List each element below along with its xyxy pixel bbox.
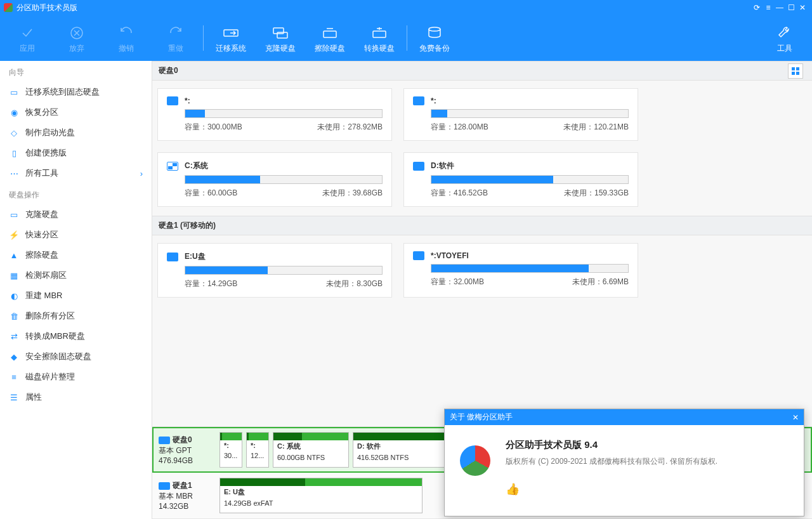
drive-icon xyxy=(167,96,178,105)
redo-button[interactable]: 重做 xyxy=(151,23,200,54)
svg-rect-10 xyxy=(796,72,799,75)
sidebar-group-label: 硬盘操作 xyxy=(0,183,152,204)
disk-info: 硬盘0基本 GPT476.94GB xyxy=(159,432,216,468)
partition-block[interactable]: *:30... xyxy=(219,432,242,468)
delall-icon: 🗑 xyxy=(9,311,19,321)
drive-icon xyxy=(413,162,424,171)
convert-disk-button[interactable]: 转换硬盘 xyxy=(355,23,404,54)
maximize-button[interactable]: ☐ xyxy=(785,3,797,12)
drive-icon xyxy=(167,253,178,261)
about-logo-icon xyxy=(460,445,490,476)
svg-rect-4 xyxy=(324,31,336,37)
sidebar-item[interactable]: ▲擦除硬盘 xyxy=(0,245,152,265)
sidebar-item[interactable]: ⚡快速分区 xyxy=(0,225,152,245)
quick-icon: ⚡ xyxy=(9,230,19,240)
sidebar-item[interactable]: ◉恢复分区 xyxy=(0,102,152,122)
partition-card[interactable]: D:软件容量：416.52GB未使用：159.33GB xyxy=(403,152,638,207)
sidebar-item[interactable]: ▭迁移系统到固态硬盘 xyxy=(0,82,152,102)
sidebar-item[interactable]: ▭克隆硬盘 xyxy=(0,204,152,225)
sidebar-item-label: 恢复分区 xyxy=(25,107,58,118)
chevron-right-icon: › xyxy=(140,169,143,178)
wipe-disk-button[interactable]: 擦除硬盘 xyxy=(305,23,355,54)
view-switch-button[interactable] xyxy=(788,63,803,79)
svg-rect-7 xyxy=(792,67,795,70)
apply-button[interactable]: 应用 xyxy=(3,23,52,54)
sidebar-item-label: 擦除硬盘 xyxy=(25,249,58,261)
sidebar-item[interactable]: ◆安全擦除固态硬盘 xyxy=(0,346,152,367)
discard-button[interactable]: 放弃 xyxy=(52,23,102,54)
disk-header: 硬盘1 (可移动的) xyxy=(152,216,812,235)
svg-rect-9 xyxy=(792,72,795,75)
partition-card[interactable]: *:VTOYEFI容量：32.00MB未使用：6.69MB xyxy=(403,243,638,298)
sidebar-item[interactable]: ◐重建 MBR xyxy=(0,286,152,306)
sidebar: 向导▭迁移系统到固态硬盘◉恢复分区◇制作启动光盘▯创建便携版⋯所有工具›硬盘操作… xyxy=(0,61,152,519)
sidebar-item[interactable]: ▦检测坏扇区 xyxy=(0,265,152,286)
about-close-button[interactable]: ✕ xyxy=(792,413,799,422)
usage-bar xyxy=(431,264,629,273)
partition-card[interactable]: E:U盘容量：14.29GB未使用：8.30GB xyxy=(157,243,392,298)
partition-name: E:U盘 xyxy=(185,251,206,262)
sidebar-item-label: 创建便携版 xyxy=(25,147,67,159)
sidebar-item-label: 安全擦除固态硬盘 xyxy=(25,351,91,362)
mbr-icon: ◐ xyxy=(9,291,19,301)
sidebar-item-label: 快速分区 xyxy=(25,229,58,240)
usage-bar xyxy=(185,109,383,118)
partition-name: *: xyxy=(431,96,436,105)
minimize-button[interactable]: — xyxy=(774,3,785,12)
sidebar-item[interactable]: ▯创建便携版 xyxy=(0,143,152,163)
clone-icon: ▭ xyxy=(9,209,19,220)
partition-block[interactable]: C: 系统60.00GB NTFS xyxy=(273,432,349,468)
prop-icon: ☰ xyxy=(9,392,19,402)
refresh-icon[interactable]: ⟳ xyxy=(751,3,763,12)
usage-bar xyxy=(431,109,629,118)
recover-icon: ◉ xyxy=(9,107,19,117)
boot-icon: ◇ xyxy=(9,128,19,138)
partition-list: 硬盘0*:容量：300.00MB未使用：278.92MB*:容量：128.00M… xyxy=(152,61,812,426)
thumbs-up-icon[interactable]: 👍 xyxy=(506,482,717,496)
free-label: 未使用：159.33GB xyxy=(564,188,629,199)
sidebar-item-label: 删除所有分区 xyxy=(25,310,75,322)
sidebar-item[interactable]: 🗑删除所有分区 xyxy=(0,306,152,326)
capacity-label: 容量：14.29GB xyxy=(185,279,237,289)
usage-bar xyxy=(185,175,383,184)
sidebar-item[interactable]: ◇制作启动光盘 xyxy=(0,122,152,143)
partition-card[interactable]: *:容量：300.00MB未使用：278.92MB xyxy=(157,88,392,141)
clone-disk-button[interactable]: 克隆硬盘 xyxy=(256,23,305,54)
ssd-icon: ▭ xyxy=(9,87,19,97)
svg-point-6 xyxy=(429,27,440,31)
wipe-icon: ▲ xyxy=(9,250,19,260)
capacity-label: 容量：32.00MB xyxy=(431,277,484,287)
tools-button[interactable]: 工具 xyxy=(760,23,809,54)
drive-icon xyxy=(413,251,424,260)
sidebar-item-label: 克隆硬盘 xyxy=(25,209,58,220)
menu-icon[interactable]: ≡ xyxy=(763,3,774,12)
close-button[interactable]: ✕ xyxy=(797,3,808,12)
partition-name: D:软件 xyxy=(431,161,454,171)
svg-rect-8 xyxy=(796,67,799,70)
partition-block[interactable]: *:12... xyxy=(246,432,269,468)
toolbar: 应用 放弃 撤销 重做 迁移系统 克隆硬盘 擦除硬盘 转换硬盘 免费备份 工具 xyxy=(0,15,812,61)
free-label: 未使用：6.69MB xyxy=(572,277,629,287)
about-title: 关于 傲梅分区助手 xyxy=(450,412,792,423)
sidebar-item[interactable]: ☰属性 xyxy=(0,387,152,407)
secerase-icon: ◆ xyxy=(9,351,19,362)
undo-button[interactable]: 撤销 xyxy=(102,23,151,54)
partition-block[interactable]: E: U盘14.29GB exFAT xyxy=(219,478,422,513)
sidebar-item[interactable]: ⇄转换成MBR硬盘 xyxy=(0,326,152,346)
capacity-label: 容量：128.00MB xyxy=(431,122,488,133)
disk-icon xyxy=(159,437,170,444)
free-label: 未使用：8.30GB xyxy=(326,279,383,289)
usage-bar xyxy=(185,266,383,275)
sidebar-item[interactable]: ⋯所有工具› xyxy=(0,163,152,183)
migrate-system-button[interactable]: 迁移系统 xyxy=(206,23,256,54)
disk-icon xyxy=(159,482,170,490)
usage-bar xyxy=(431,175,629,184)
sidebar-item[interactable]: ≡磁盘碎片整理 xyxy=(0,367,152,387)
title-bar: 分区助手技术员版 ⟳ ≡ — ☐ ✕ xyxy=(0,0,812,15)
free-label: 未使用：120.21MB xyxy=(563,122,629,133)
partition-card[interactable]: C:系统容量：60.00GB未使用：39.68GB xyxy=(157,152,392,207)
partition-card[interactable]: *:容量：128.00MB未使用：120.21MB xyxy=(403,88,638,141)
free-backup-button[interactable]: 免费备份 xyxy=(410,23,459,54)
drive-icon xyxy=(413,96,424,105)
partition-name: C:系统 xyxy=(185,161,208,171)
